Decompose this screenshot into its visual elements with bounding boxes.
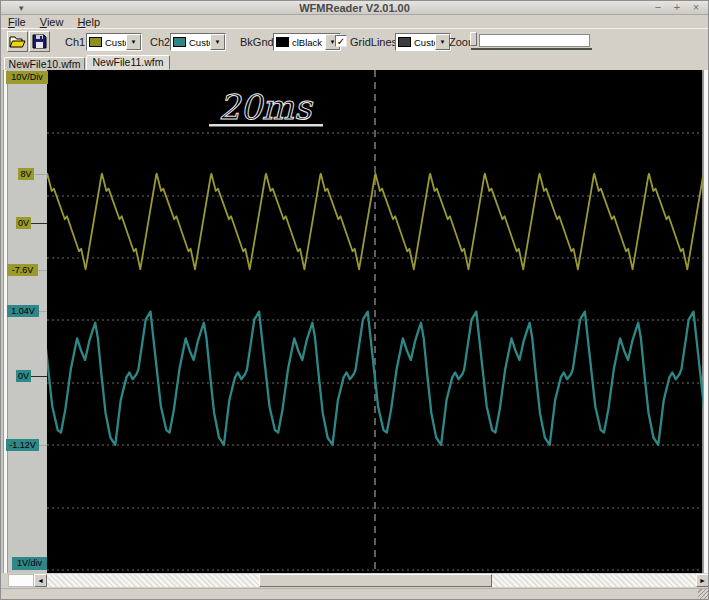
close-button[interactable]: × — [690, 1, 702, 15]
scale-tick — [31, 223, 47, 224]
ch1-color-swatch — [89, 37, 102, 47]
waveform-plot[interactable]: 20ms — [47, 70, 703, 573]
scale-label-8v: 8V — [18, 168, 34, 180]
scale-tick — [38, 270, 47, 271]
bkgnd-color-combo[interactable]: clBlack ▼ — [273, 33, 341, 51]
zoom-slider-thumb[interactable] — [470, 32, 477, 46]
ch1-color-combo[interactable]: Custom... ▼ — [86, 33, 142, 51]
time-scale-underline — [209, 124, 323, 127]
scrollbar-thumb[interactable] — [259, 574, 492, 587]
ch2-dropdown-button[interactable]: ▼ — [210, 34, 225, 50]
scale-label-112v: -1.12V — [6, 439, 39, 451]
ch2-color-swatch — [173, 37, 186, 47]
toolbar: Ch1 Custom... ▼ Ch2 Custom... ▼ BkGnd cl… — [1, 28, 708, 54]
tab-newfile10[interactable]: NewFile10.wfm — [4, 57, 85, 70]
right-scroll-strip[interactable] — [703, 70, 709, 573]
ch2-color-value: Custom... — [186, 37, 210, 48]
title-bar: ▾ WFMReader V2.01.00 − + × — [1, 1, 708, 15]
scale-label-104v: 1.04V — [7, 305, 39, 317]
chevron-down-icon: ▼ — [215, 39, 221, 45]
scale-label-0v: 0V — [16, 217, 31, 229]
gridcolor-dropdown-button[interactable]: ▼ — [435, 34, 450, 50]
gridcolor-swatch — [398, 37, 411, 47]
chevron-down-icon: ▼ — [440, 39, 446, 45]
scale-label-0v: 0V — [16, 370, 31, 382]
menu-view[interactable]: View — [40, 16, 64, 28]
ch2-color-combo[interactable]: Custom... ▼ — [170, 33, 226, 51]
save-file-button[interactable] — [29, 31, 50, 52]
ch2-label: Ch2 — [150, 36, 170, 48]
minimize-button[interactable]: − — [652, 1, 664, 15]
tab-newfile11[interactable]: NewFile11.wfm — [86, 55, 170, 70]
chevron-down-icon: ▼ — [131, 39, 137, 45]
ch1-label: Ch1 — [65, 36, 85, 48]
bkgnd-label: BkGnd — [240, 36, 274, 48]
axis-gutter — [8, 70, 47, 573]
window-title: WFMReader V2.01.00 — [1, 2, 708, 15]
scale-label-1vdiv: 1V/div — [12, 557, 47, 570]
menu-file[interactable]: File — [8, 16, 26, 28]
waveform-canvas[interactable]: 20ms — [47, 70, 703, 573]
bkgnd-color-value: clBlack — [289, 37, 325, 48]
gridcolor-value: Custom... — [411, 37, 435, 48]
scrollbar-corner — [8, 574, 34, 587]
open-file-button[interactable] — [7, 31, 28, 52]
scale-label-10vdiv: 10V/Div — [6, 71, 48, 84]
app-window: ▾ WFMReader V2.01.00 − + × File View Hel… — [0, 0, 709, 600]
scale-tick — [34, 174, 47, 175]
resize-grip[interactable] — [698, 589, 709, 600]
gridlines-checkbox[interactable]: ✓ — [335, 35, 347, 47]
scroll-left-button[interactable]: ◄ — [34, 574, 47, 587]
horizontal-scrollbar: ◄ ► — [1, 573, 709, 588]
floppy-disk-icon — [32, 34, 47, 49]
time-scale-label: 20ms — [219, 87, 314, 127]
scroll-right-button[interactable]: ► — [696, 574, 709, 587]
menu-bar: File View Help — [1, 15, 708, 28]
ch1-dropdown-button[interactable]: ▼ — [126, 34, 141, 50]
open-folder-icon — [9, 34, 26, 49]
bkgnd-color-swatch — [276, 37, 289, 47]
scale-tick — [39, 445, 47, 446]
menu-help[interactable]: Help — [77, 16, 100, 28]
scale-tick — [39, 311, 47, 312]
status-bar — [1, 588, 709, 600]
zoom-slider-track[interactable] — [479, 34, 590, 47]
scale-tick — [31, 376, 47, 377]
ch1-color-value: Custom... — [102, 37, 126, 48]
gridlines-label: GridLines — [350, 36, 397, 48]
zoom-slider-shadow — [471, 48, 592, 50]
work-area: 20ms 10V/Div8V0V-7.6V1.04V0V-1.12V1V/div — [1, 70, 709, 573]
tab-bar: NewFile10.wfm NewFile11.wfm — [1, 54, 708, 70]
maximize-button[interactable]: + — [671, 1, 683, 15]
gridcolor-combo[interactable]: Custom... ▼ — [395, 33, 451, 51]
scale-label-76v: -7.6V — [7, 264, 38, 276]
